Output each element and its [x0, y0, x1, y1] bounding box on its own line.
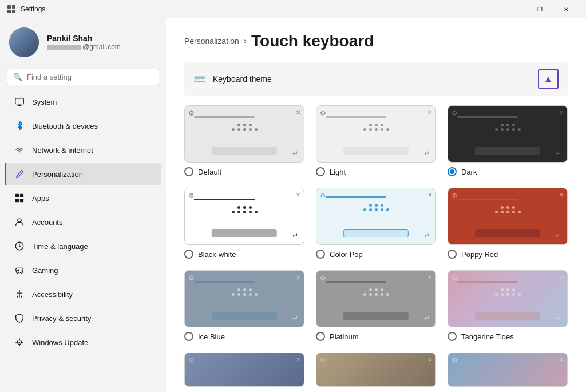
- user-name: Pankil Shah: [47, 34, 121, 43]
- sidebar-item-gaming-label: Gaming: [32, 266, 58, 275]
- sidebar-item-system[interactable]: System: [5, 90, 161, 113]
- enter-icon: ↵: [424, 149, 430, 157]
- enter-icon: ↵: [556, 149, 561, 157]
- sidebar-item-apps[interactable]: Apps: [5, 187, 161, 209]
- sidebar-item-privacy[interactable]: Privacy & security: [5, 307, 161, 330]
- svg-rect-6: [15, 194, 19, 197]
- svg-point-5: [19, 153, 20, 154]
- brush-icon: [14, 168, 25, 180]
- theme-item-extra-3[interactable]: ⚙ ✕: [448, 353, 568, 387]
- minimize-button[interactable]: —: [500, 0, 526, 18]
- sidebar-item-time-label: Time & language: [32, 242, 88, 251]
- radio-light[interactable]: [316, 167, 325, 176]
- theme-item-black-white[interactable]: ⚙ ✕: [184, 188, 304, 259]
- theme-preview-platinum: ⚙ ✕: [316, 270, 436, 327]
- enter-icon: ↵: [292, 149, 298, 157]
- close-icon: ✕: [296, 109, 300, 116]
- sidebar-item-personalization[interactable]: Personalization: [5, 163, 161, 185]
- sidebar: Pankil Shah @gmail.com 🔍 System Blu: [0, 18, 166, 392]
- sidebar-item-time[interactable]: Time & language: [5, 235, 161, 258]
- radio-tangerine[interactable]: [448, 332, 457, 341]
- sidebar-item-accounts[interactable]: Accounts: [5, 211, 161, 233]
- sidebar-item-accessibility[interactable]: Accessibility: [5, 283, 161, 306]
- theme-preview-black-white: ⚙ ✕: [184, 188, 304, 245]
- theme-item-extra-2[interactable]: ⚙ ✕: [316, 353, 436, 387]
- theme-preview-extra-3: ⚙ ✕: [448, 353, 568, 387]
- close-icon: ✕: [427, 274, 432, 280]
- window-controls: — ❐ ✕: [500, 0, 579, 18]
- search-input[interactable]: [27, 73, 153, 81]
- radio-ice-blue[interactable]: [184, 332, 193, 341]
- radio-dark[interactable]: [448, 167, 457, 176]
- theme-label-color-pop[interactable]: Color Pop: [316, 250, 436, 259]
- gaming-icon: [14, 264, 25, 276]
- close-button[interactable]: ✕: [553, 0, 579, 18]
- theme-preview-poppy-red: ⚙ ✕: [448, 188, 568, 245]
- radio-poppy-red[interactable]: [448, 250, 457, 259]
- svg-rect-7: [20, 194, 23, 197]
- avatar: [9, 27, 39, 57]
- theme-item-dark[interactable]: ⚙ ✕: [448, 105, 568, 176]
- maximize-button[interactable]: ❐: [526, 0, 553, 18]
- close-icon: ✕: [559, 192, 564, 198]
- theme-item-default[interactable]: ⚙ ✕: [184, 105, 304, 176]
- theme-label-poppy-red[interactable]: Poppy Red: [448, 250, 568, 259]
- titlebar: Settings — ❐ ✕: [0, 0, 586, 18]
- sidebar-item-bluetooth[interactable]: Bluetooth & devices: [5, 114, 161, 137]
- svg-rect-4: [15, 98, 23, 104]
- enter-icon: ↵: [556, 232, 561, 240]
- svg-rect-9: [20, 199, 23, 202]
- sidebar-item-network[interactable]: Network & internet: [5, 138, 161, 161]
- theme-label-dark[interactable]: Dark: [448, 167, 568, 176]
- sidebar-item-windows-update[interactable]: Windows Update: [5, 331, 161, 354]
- theme-item-light[interactable]: ⚙ ✕: [316, 105, 436, 176]
- collapse-button[interactable]: ▲: [538, 69, 559, 89]
- svg-rect-8: [15, 199, 19, 202]
- theme-label-ice-blue[interactable]: Ice Blue: [184, 332, 304, 341]
- close-icon: ✕: [559, 357, 564, 363]
- radio-bw[interactable]: [184, 250, 193, 259]
- enter-icon: ↵: [292, 232, 298, 240]
- close-icon: ✕: [427, 357, 432, 363]
- breadcrumb-parent: Personalization: [184, 37, 239, 46]
- sidebar-item-accessibility-label: Accessibility: [32, 290, 73, 299]
- user-profile[interactable]: Pankil Shah @gmail.com: [0, 18, 166, 66]
- radio-default[interactable]: [184, 167, 193, 176]
- section-header: ⌨️ Keyboard theme ▲: [184, 62, 568, 96]
- theme-label-platinum[interactable]: Platinum: [316, 332, 436, 341]
- svg-rect-1: [12, 5, 15, 9]
- theme-preview-ice-blue: ⚙ ✕: [184, 270, 304, 327]
- theme-grid-bottom: ⚙ ✕ ⚙ ✕ ⚙ ✕: [184, 353, 568, 387]
- theme-item-poppy-red[interactable]: ⚙ ✕: [448, 188, 568, 259]
- page-title: Touch keyboard: [251, 32, 374, 50]
- sidebar-item-apps-label: Apps: [32, 194, 49, 203]
- theme-item-extra-1[interactable]: ⚙ ✕: [184, 353, 304, 387]
- theme-item-ice-blue[interactable]: ⚙ ✕: [184, 270, 304, 341]
- close-icon: ✕: [559, 109, 564, 116]
- theme-label-light[interactable]: Light: [316, 167, 436, 176]
- theme-label-tangerine[interactable]: Tangerine Tides: [448, 332, 568, 341]
- close-icon: ✕: [296, 192, 300, 198]
- search-box[interactable]: 🔍: [7, 69, 159, 85]
- theme-label-bw[interactable]: Black-white: [184, 250, 304, 259]
- theme-preview-dark: ⚙ ✕: [448, 105, 568, 163]
- close-icon: ✕: [296, 357, 300, 363]
- search-icon: 🔍: [13, 73, 22, 81]
- svg-rect-2: [7, 10, 11, 13]
- svg-point-13: [21, 270, 22, 271]
- radio-color-pop[interactable]: [316, 250, 325, 259]
- wifi-icon: [14, 144, 25, 156]
- enter-icon: ↵: [424, 232, 430, 240]
- svg-rect-3: [12, 10, 15, 13]
- settings-icon: ⚙: [452, 357, 460, 365]
- svg-point-16: [19, 342, 21, 343]
- radio-platinum[interactable]: [316, 332, 325, 341]
- theme-item-platinum[interactable]: ⚙ ✕: [316, 270, 436, 341]
- theme-label-default[interactable]: Default: [184, 167, 304, 176]
- close-icon: ✕: [427, 109, 432, 116]
- monitor-icon: [14, 96, 25, 108]
- sidebar-item-gaming[interactable]: Gaming: [5, 259, 161, 282]
- sidebar-item-bluetooth-label: Bluetooth & devices: [32, 122, 98, 130]
- theme-item-color-pop[interactable]: ⚙ ✕: [316, 188, 436, 259]
- theme-item-tangerine[interactable]: ⚙ ✕: [448, 270, 568, 341]
